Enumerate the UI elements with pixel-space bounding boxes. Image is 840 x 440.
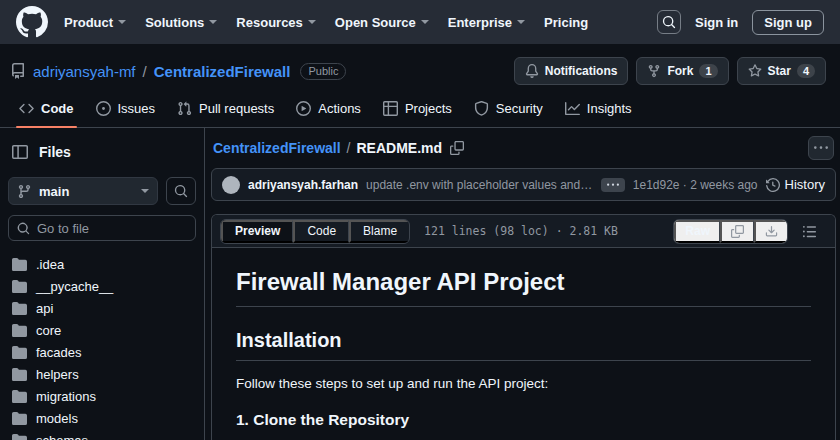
copy-path-button[interactable] [448,139,466,157]
search-button[interactable] [657,10,681,34]
notifications-button[interactable]: Notifications [514,57,629,85]
folder-icon [12,345,27,360]
tree-item[interactable]: helpers [8,363,196,385]
nav-item-enterprise[interactable]: Enterprise [448,15,525,30]
tree-item[interactable]: migrations [8,385,196,407]
tab-issues[interactable]: Issues [87,94,165,127]
copy-file-button[interactable] [720,220,754,243]
breadcrumb-repo-link[interactable]: CentralizedFirewall [213,140,341,156]
tree-item-label: migrations [36,389,96,404]
tree-item[interactable]: core [8,319,196,341]
nav-item-open-source[interactable]: Open Source [335,15,429,30]
files-title: Files [39,144,71,160]
tab-label: Security [496,101,543,116]
tree-item[interactable]: .idea [8,253,196,275]
repo-name-link[interactable]: CentralizedFirewall [154,63,291,80]
star-icon [748,64,762,78]
play-circle-icon [296,101,311,116]
tab-file-code[interactable]: Code [293,220,349,243]
shield-icon [474,101,489,116]
nav-label: Solutions [145,15,204,30]
branch-selector[interactable]: main [8,177,158,205]
chevron-down-icon [308,20,316,28]
code-icon [19,101,34,116]
copy-icon [450,141,464,155]
chevron-down-icon [209,20,217,28]
search-this-repo-button[interactable] [166,177,196,205]
tree-item-label: __pycache__ [36,279,113,294]
bell-icon [525,64,539,78]
commit-author-link[interactable]: adriyansyah.farhan [248,178,358,192]
tab-label: Code [41,101,74,116]
tree-item-label: .idea [36,257,64,272]
nav-label: Pricing [544,15,588,30]
readme-title: Firewall Manager API Project [236,268,811,307]
nav-label: Open Source [335,15,416,30]
more-options-button[interactable] [808,136,834,160]
tree-item-label: api [36,301,53,316]
tab-actions[interactable]: Actions [287,94,370,127]
tree-item-label: schemas [36,433,88,440]
breadcrumb: CentralizedFirewall / README.md [211,134,836,162]
file-tree: .idea __pycache__ api core facades helpe… [8,253,196,440]
tab-preview[interactable]: Preview [221,220,293,243]
download-raw-button[interactable] [754,220,787,243]
commit-hash-and-time[interactable]: 1e1d92e · 2 weeks ago [633,178,758,192]
tab-projects[interactable]: Projects [374,94,461,127]
readme-file-box: Preview Code Blame 121 lines (98 loc) · … [211,214,836,440]
table-icon [383,101,398,116]
view-switcher: Preview Code Blame [220,219,410,244]
fork-icon [647,64,661,78]
tree-item[interactable]: api [8,297,196,319]
tree-item-label: core [36,323,61,338]
git-branch-icon [17,184,32,199]
tab-blame[interactable]: Blame [349,220,409,243]
fork-count: 1 [699,64,717,78]
tab-label: Projects [405,101,452,116]
branch-row: main [8,177,196,205]
expand-commit-message-button[interactable] [601,178,625,192]
primary-nav: Product Solutions Resources Open Source … [64,15,641,30]
star-button[interactable]: Star 4 [737,57,826,85]
commit-message-link[interactable]: update .env with placeholder values and … [366,178,593,192]
nav-item-resources[interactable]: Resources [236,15,315,30]
sign-in-link[interactable]: Sign in [695,15,738,30]
tab-label: Insights [587,101,632,116]
go-to-file-input[interactable] [37,221,213,236]
latest-commit-bar: adriyansyah.farhan update .env with plac… [211,168,836,201]
folder-icon [12,433,27,440]
repo-separator: / [143,63,147,80]
nav-item-solutions[interactable]: Solutions [145,15,217,30]
tab-insights[interactable]: Insights [556,94,641,127]
chevron-down-icon [517,20,525,28]
repo-owner-link[interactable]: adriyansyah-mf [33,63,136,80]
collapse-sidebar-button[interactable] [10,142,30,162]
sign-up-button[interactable]: Sign up [752,10,824,35]
fork-button[interactable]: Fork 1 [636,57,728,85]
outline-button[interactable] [798,220,821,243]
github-logo[interactable] [16,6,48,38]
tab-code[interactable]: Code [10,94,83,127]
tree-item[interactable]: models [8,407,196,429]
star-count: 4 [797,64,815,78]
avatar[interactable] [222,176,240,194]
nav-item-pricing[interactable]: Pricing [544,15,588,30]
visibility-badge: Public [300,63,346,80]
fork-label: Fork [667,64,693,78]
copy-icon [731,225,744,238]
sidebar-panel-icon [12,144,28,160]
readme-step1-heading: 1. Clone the Repository [236,411,811,429]
nav-item-product[interactable]: Product [64,15,126,30]
global-header: Product Solutions Resources Open Source … [0,0,840,44]
tab-security[interactable]: Security [465,94,552,127]
tree-item[interactable]: facades [8,341,196,363]
tree-item[interactable]: __pycache__ [8,275,196,297]
tree-item[interactable]: schemas [8,429,196,440]
branch-name: main [39,184,134,199]
readme-content: Firewall Manager API Project Installatio… [212,248,835,440]
raw-button[interactable]: Raw [674,220,720,243]
folder-icon [12,389,27,404]
history-link[interactable]: History [766,177,825,192]
tab-pull-requests[interactable]: Pull requests [168,94,283,127]
repo-tab-nav: Code Issues Pull requests Actions Projec… [0,94,840,128]
